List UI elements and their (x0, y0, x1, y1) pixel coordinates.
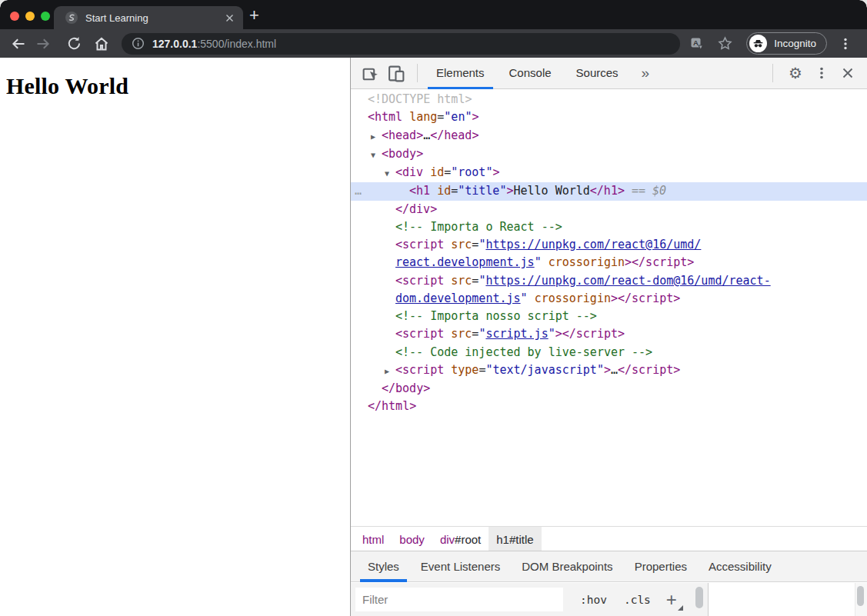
traffic-lights (10, 12, 50, 21)
code-segment-plain (423, 165, 430, 179)
dom-line[interactable]: <!-- Importa nosso script --> (351, 308, 867, 325)
svg-text:A: A (693, 38, 699, 47)
code-segment-plain (528, 291, 535, 305)
new-tab-button[interactable]: + (249, 5, 259, 25)
code-segment-plain (430, 184, 437, 198)
devtools-tab-elements[interactable]: Elements (424, 58, 497, 89)
code-segment-comment: <!-- Importa nosso script --> (395, 309, 597, 323)
crumb-tag: body (399, 533, 425, 546)
code-segment-plain: = (451, 184, 458, 198)
devtools-tab-sources[interactable]: Sources (564, 58, 631, 89)
code-segment-plain: … (611, 363, 618, 377)
dom-line[interactable]: </div> (351, 201, 867, 218)
close-devtools-icon[interactable] (836, 62, 859, 85)
sidebar-tab-dom-breakpoints[interactable]: DOM Breakpoints (511, 551, 623, 581)
collapsed-arrow-icon[interactable]: ▶ (385, 362, 395, 380)
code-segment-plain (444, 327, 451, 341)
code-segment-tag: > (492, 165, 499, 179)
devtools-tab-console[interactable]: Console (497, 58, 564, 89)
toggle-pseudo-state-button[interactable]: :hov (580, 594, 607, 606)
dom-line[interactable]: …<h1 id="title">Hello World</h1> == $0 (351, 182, 867, 200)
device-toolbar-icon[interactable] (385, 62, 408, 85)
minimize-window-icon[interactable] (25, 12, 35, 21)
code-segment-doctype: <!DOCTYPE html> (368, 92, 472, 106)
code-segment-attr: lang (409, 110, 437, 124)
dom-line[interactable]: </body> (351, 380, 867, 398)
code-segment-tag: </h1> (590, 184, 625, 198)
code-segment-plain (542, 255, 549, 269)
inspect-element-icon[interactable] (358, 62, 382, 85)
code-segment-plain (444, 363, 451, 377)
home-icon[interactable] (91, 33, 112, 55)
tab-title: Start Learning (85, 12, 218, 24)
code-segment-plain: … (423, 128, 430, 142)
close-tab-icon[interactable] (225, 14, 234, 22)
breadcrumb-item-html[interactable]: html (355, 527, 392, 551)
crumb-tag: html (362, 533, 384, 546)
code-segment-comment: <!-- Code injected by live-server --> (395, 345, 652, 359)
code-segment-link: https://unpkg.com/react-dom@16/umd/react… (485, 274, 770, 288)
browser-window: Start Learning + 127.0.0.1:5500/index.ht… (0, 0, 867, 616)
sidebar-tab-styles[interactable]: Styles (357, 551, 410, 581)
breadcrumb-item-body[interactable]: body (392, 527, 432, 551)
dom-line[interactable]: <!-- Importa o React --> (351, 218, 867, 236)
dom-line[interactable]: react.development.js" crossorigin></scri… (351, 254, 867, 271)
zoom-window-icon[interactable] (41, 12, 50, 21)
settings-gear-icon[interactable]: ⚙ (784, 62, 807, 85)
side-pane-scrollbar[interactable] (855, 583, 867, 616)
back-icon[interactable] (8, 33, 29, 55)
reload-icon[interactable] (63, 33, 85, 55)
more-panels-icon[interactable]: » (631, 58, 661, 88)
code-segment-attr: src (451, 274, 472, 288)
devtools-menu-icon[interactable] (810, 62, 833, 85)
sidebar-tab-properties[interactable]: Properties (624, 551, 698, 581)
breadcrumb-item-div[interactable]: div#root (432, 527, 489, 551)
code-segment-tag: > (604, 363, 611, 377)
line-gutter-ellipsis: … (355, 182, 362, 200)
bookmark-star-icon[interactable] (714, 33, 735, 55)
dom-line[interactable]: <script src="https://unpkg.com/react-dom… (351, 272, 867, 290)
forward-icon[interactable] (32, 33, 54, 55)
code-segment-tag: <script (395, 327, 444, 341)
code-segment-tag: </body> (382, 381, 430, 395)
dom-line[interactable]: </html> (351, 398, 867, 415)
dom-line[interactable]: <script src="https://unpkg.com/react@16/… (351, 236, 867, 254)
site-info-icon[interactable] (132, 37, 145, 50)
code-segment-plain (444, 274, 451, 288)
close-window-icon[interactable] (10, 12, 19, 21)
code-segment-attr: src (451, 327, 472, 341)
collapsed-arrow-icon[interactable]: ▶ (371, 128, 382, 145)
code-segment-plain: Hello World (513, 184, 589, 198)
dom-line[interactable]: ▼<div id="root"> (351, 164, 867, 182)
dom-line[interactable]: <script src="script.js"></script> (351, 325, 867, 343)
code-segment-meta: == (625, 184, 652, 198)
styles-scrollbar-thumb[interactable] (695, 587, 703, 608)
expanded-arrow-icon[interactable]: ▼ (371, 146, 382, 164)
sidebar-tab-accessibility[interactable]: Accessibility (698, 551, 782, 581)
side-pane-scrollbar-thumb[interactable] (857, 586, 864, 606)
breadcrumb-item-h1[interactable]: h1#title (489, 527, 541, 551)
dom-line[interactable]: <html lang="en"> (351, 108, 867, 126)
code-segment-val: " (549, 327, 555, 341)
new-style-rule-button[interactable]: + (666, 591, 677, 609)
browser-menu-icon[interactable] (835, 33, 856, 55)
toggle-class-button[interactable]: .cls (624, 594, 651, 606)
translate-icon[interactable]: A (686, 33, 708, 55)
devtools-panel: ElementsConsoleSources » ⚙ <!DOCTYPE htm… (350, 58, 867, 616)
dom-line[interactable]: <!DOCTYPE html> (351, 91, 867, 108)
dom-line[interactable]: <!-- Code injected by live-server --> (351, 344, 867, 361)
styles-filter-input[interactable] (355, 588, 563, 611)
expanded-arrow-icon[interactable]: ▼ (385, 165, 395, 182)
dom-line[interactable]: dom.development.js" crossorigin></script… (351, 290, 867, 308)
code-segment-dollar: $0 (652, 184, 666, 198)
dom-line[interactable]: ▶<head>…</head> (351, 127, 867, 145)
code-segment-tag: </head> (430, 128, 479, 142)
page-viewport: Hello World (0, 58, 350, 616)
code-segment-val: "text/javascript" (485, 363, 604, 377)
sidebar-tab-event-listeners[interactable]: Event Listeners (410, 551, 511, 581)
dom-line[interactable]: ▼<body> (351, 145, 867, 164)
url-bar[interactable]: 127.0.0.1:5500/index.html (122, 33, 680, 55)
browser-tab[interactable]: Start Learning (54, 6, 243, 29)
window-titlebar: Start Learning + (0, 0, 867, 29)
dom-line[interactable]: ▶<script type="text/javascript">…</scrip… (351, 361, 867, 380)
